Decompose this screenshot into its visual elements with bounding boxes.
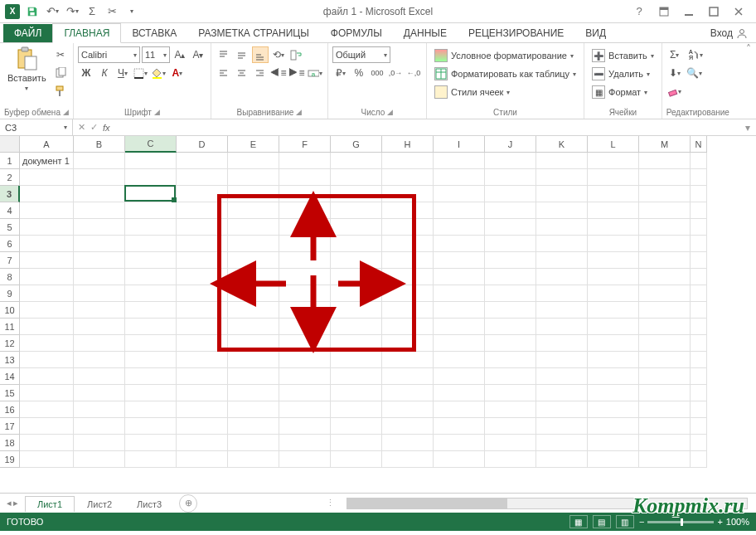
cell[interactable]	[177, 186, 228, 202]
tab-home[interactable]: ГЛАВНАЯ	[52, 23, 121, 43]
qat-customize-icon[interactable]: ▾	[123, 2, 141, 21]
cell[interactable]	[279, 153, 331, 169]
cell[interactable]	[691, 385, 707, 401]
cell[interactable]	[485, 285, 536, 302]
row-header-1[interactable]: 1	[0, 153, 20, 169]
font-name-select[interactable]: Calibri▾	[78, 46, 140, 63]
sum-icon[interactable]: Σ	[83, 2, 101, 21]
row-header-5[interactable]: 5	[0, 219, 20, 236]
cell[interactable]	[639, 401, 691, 418]
sheet-tab-2[interactable]: Лист2	[75, 496, 124, 512]
cell[interactable]	[177, 335, 228, 352]
dialog-launcher-icon[interactable]: ◢	[296, 108, 302, 116]
cell[interactable]	[331, 153, 382, 169]
cell[interactable]	[485, 335, 536, 352]
cell[interactable]	[434, 451, 485, 468]
align-top-button[interactable]	[216, 46, 232, 63]
cell[interactable]	[485, 169, 536, 186]
wrap-text-button[interactable]	[288, 46, 305, 63]
cell[interactable]	[331, 302, 382, 319]
cell[interactable]	[331, 169, 382, 186]
cell[interactable]	[125, 385, 177, 401]
new-sheet-button[interactable]: ⊕	[179, 494, 197, 513]
cell[interactable]	[536, 435, 588, 451]
cell[interactable]	[382, 451, 434, 468]
page-layout-view-button[interactable]: ▤	[593, 515, 611, 528]
col-header-B[interactable]: B	[74, 136, 125, 153]
cell[interactable]	[177, 285, 228, 302]
cell[interactable]	[331, 186, 382, 202]
cell[interactable]	[536, 385, 588, 401]
cell[interactable]	[639, 252, 691, 269]
cell[interactable]	[228, 186, 279, 202]
cell[interactable]	[279, 368, 331, 385]
cell[interactable]	[382, 236, 434, 252]
cell[interactable]	[639, 368, 691, 385]
cell[interactable]	[691, 202, 707, 219]
cell[interactable]	[691, 219, 707, 236]
cell[interactable]	[74, 368, 125, 385]
cell[interactable]	[228, 236, 279, 252]
cell[interactable]	[125, 169, 177, 186]
undo-icon[interactable]: ↶▾	[43, 2, 61, 21]
page-break-view-button[interactable]: ▥	[616, 515, 634, 528]
cell[interactable]	[331, 252, 382, 269]
cell[interactable]	[382, 418, 434, 435]
cell[interactable]	[588, 435, 639, 451]
row-header-19[interactable]: 19	[0, 451, 20, 468]
cell[interactable]	[588, 319, 639, 335]
cell[interactable]	[331, 451, 382, 468]
cell[interactable]	[20, 186, 74, 202]
increase-decimal-button[interactable]: ,0→	[387, 65, 404, 81]
row-header-7[interactable]: 7	[0, 252, 20, 269]
cell[interactable]	[228, 269, 279, 285]
row-header-15[interactable]: 15	[0, 385, 20, 401]
cell[interactable]	[74, 385, 125, 401]
cell[interactable]	[691, 269, 707, 285]
row-header-2[interactable]: 2	[0, 169, 20, 186]
cell[interactable]	[485, 319, 536, 335]
cell[interactable]	[485, 236, 536, 252]
close-icon[interactable]	[728, 2, 749, 21]
cell[interactable]	[639, 202, 691, 219]
row-header-10[interactable]: 10	[0, 302, 20, 319]
cell[interactable]	[434, 186, 485, 202]
cell[interactable]	[228, 418, 279, 435]
conditional-formatting-button[interactable]: Условное форматирование▾	[431, 46, 579, 65]
grow-font-button[interactable]: A▴	[172, 46, 188, 63]
col-header-L[interactable]: L	[588, 136, 639, 153]
cell[interactable]	[74, 153, 125, 169]
cell[interactable]	[485, 401, 536, 418]
cell[interactable]	[279, 252, 331, 269]
format-cells-button[interactable]: ▦Формат▾	[589, 83, 657, 101]
cell[interactable]	[279, 435, 331, 451]
cell[interactable]	[228, 202, 279, 219]
cell[interactable]	[536, 319, 588, 335]
cell[interactable]	[279, 418, 331, 435]
cell[interactable]	[74, 319, 125, 335]
cancel-icon[interactable]: ✕	[78, 122, 85, 133]
cell[interactable]	[177, 435, 228, 451]
paste-button[interactable]: Вставить▾	[4, 45, 50, 94]
cell[interactable]	[228, 401, 279, 418]
sign-in[interactable]: Вход	[702, 24, 756, 42]
cell[interactable]	[279, 186, 331, 202]
cell[interactable]	[74, 202, 125, 219]
cell[interactable]	[382, 219, 434, 236]
cell[interactable]	[382, 285, 434, 302]
cell[interactable]	[125, 435, 177, 451]
cell[interactable]	[639, 186, 691, 202]
col-header-H[interactable]: H	[382, 136, 434, 153]
cell[interactable]	[588, 236, 639, 252]
cell[interactable]	[536, 368, 588, 385]
col-header-M[interactable]: M	[639, 136, 691, 153]
cell[interactable]	[382, 153, 434, 169]
cell[interactable]	[691, 169, 707, 186]
cell[interactable]	[382, 252, 434, 269]
cell[interactable]	[536, 352, 588, 368]
align-left-button[interactable]	[216, 65, 232, 81]
cell[interactable]	[279, 285, 331, 302]
cell[interactable]	[20, 401, 74, 418]
cell[interactable]	[691, 435, 707, 451]
cell[interactable]	[74, 335, 125, 352]
